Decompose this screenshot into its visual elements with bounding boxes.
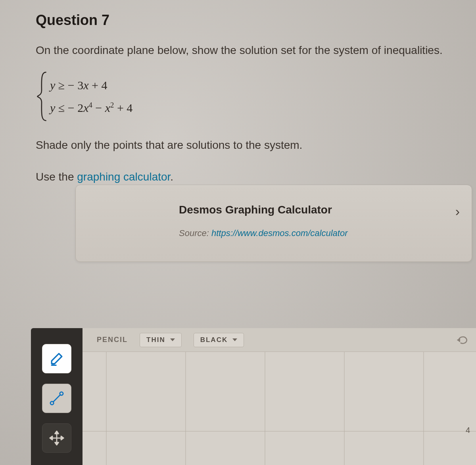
tool-name-label: PENCIL <box>97 336 128 344</box>
line-tool[interactable] <box>42 384 71 413</box>
use-calculator-line: Use the graphing calculator. <box>36 171 476 183</box>
svg-marker-6 <box>55 431 58 434</box>
drawing-area: PENCIL THIN BLACK <box>31 328 476 465</box>
chevron-down-icon <box>170 338 175 341</box>
use-prefix: Use the <box>36 171 77 183</box>
toolbox <box>31 328 83 465</box>
undo-icon <box>454 336 470 344</box>
desmos-card[interactable]: Desmos Graphing Calculator › Source: htt… <box>75 185 472 262</box>
line-icon <box>48 390 65 407</box>
pencil-tool[interactable] <box>42 344 71 373</box>
svg-marker-9 <box>61 436 63 440</box>
shade-instruction: Shade only the points that are solutions… <box>36 139 476 152</box>
move-icon <box>48 429 65 447</box>
question-prompt: On the coordinate plane below, show the … <box>36 43 476 58</box>
graphing-calculator-link[interactable]: graphing calculator <box>77 171 170 183</box>
source-label: Source: <box>179 228 211 238</box>
desmos-card-source: Source: https://www.desmos.com/calculato… <box>179 228 456 238</box>
desmos-card-title: Desmos Graphing Calculator <box>179 204 456 216</box>
chevron-down-icon <box>232 338 237 341</box>
coordinate-grid[interactable]: 4 <box>83 352 476 465</box>
inequality-2: y ≤ − 2x4 − x2 + 4 <box>50 96 476 119</box>
inequality-system: y ≥ − 3x + 4 y ≤ − 2x4 − x2 + 4 <box>36 74 476 119</box>
brace-icon <box>36 71 48 121</box>
inequality-1: y ≥ − 3x + 4 <box>50 74 476 96</box>
axis-tick-label: 4 <box>466 426 470 435</box>
workbench: PENCIL THIN BLACK <box>83 328 476 465</box>
use-suffix: . <box>170 171 173 183</box>
svg-marker-10 <box>457 338 460 342</box>
move-tool[interactable] <box>42 423 71 453</box>
svg-marker-7 <box>55 442 58 445</box>
color-select[interactable]: BLACK <box>194 333 244 347</box>
question-title: Question 7 <box>36 12 476 29</box>
drawing-options-bar: PENCIL THIN BLACK <box>83 328 476 352</box>
thickness-value: THIN <box>146 336 165 344</box>
source-url: https://www.desmos.com/calculator <box>211 228 348 238</box>
svg-line-3 <box>53 395 60 402</box>
svg-marker-8 <box>50 436 52 440</box>
pencil-icon <box>48 350 65 367</box>
undo-button[interactable] <box>453 332 471 348</box>
chevron-right-icon: › <box>455 204 460 219</box>
thickness-select[interactable]: THIN <box>140 333 182 347</box>
color-value: BLACK <box>200 336 228 344</box>
